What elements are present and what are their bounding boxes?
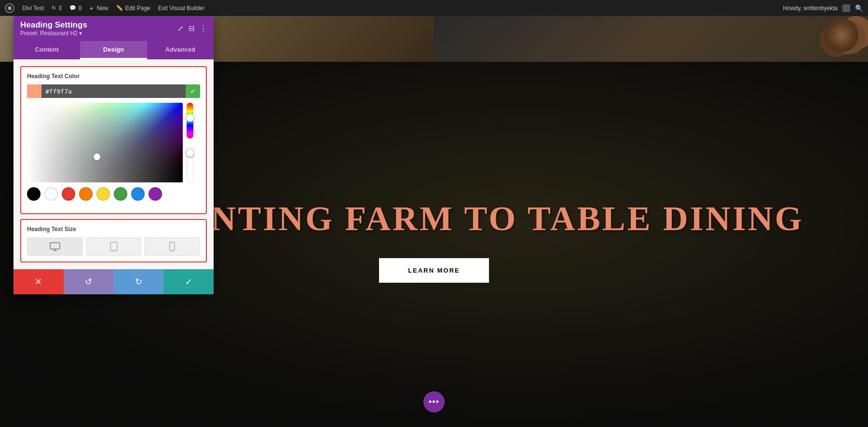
panel-menu-icon[interactable]: ⋮ [200,24,207,33]
color-input-row: ✓ [27,84,200,98]
cancel-button[interactable]: ✕ [14,269,64,294]
svg-rect-2 [50,243,60,249]
hue-slider[interactable] [187,103,193,138]
mobile-size-item[interactable] [144,237,200,256]
swatch-green[interactable] [114,187,127,201]
edit-page-button[interactable]: ✏️ Edit Page [116,5,150,12]
panel-tabs: Content Design Advanced [14,41,214,59]
panel-title-group: Heading Settings Preset: Restaurant H2 ▾ [20,20,87,37]
swatch-purple[interactable] [149,187,162,201]
color-preview[interactable] [27,84,41,98]
panel-title: Heading Settings [20,20,87,30]
color-hex-input[interactable] [41,84,186,98]
gradient-handle[interactable] [94,153,100,160]
gradient-picker[interactable] [27,103,200,182]
tab-content[interactable]: Content [14,41,80,59]
device-size-row [27,237,200,256]
tablet-icon [110,242,118,251]
revisions-count[interactable]: ↻ 3 [52,5,62,12]
avatar[interactable] [842,4,850,12]
sliders-col [187,103,200,182]
panel-header-icons: ⤢ ⊟ ⋮ [177,24,207,33]
color-confirm-button[interactable]: ✓ [186,84,200,98]
desktop-icon [50,242,60,251]
dots-menu-button[interactable]: ••• [423,391,445,413]
tab-design[interactable]: Design [80,41,147,59]
settings-panel: Heading Settings Preset: Restaurant H2 ▾… [14,16,214,294]
redo-button[interactable]: ↻ [114,269,164,294]
panel-columns-icon[interactable]: ⊟ [189,24,195,33]
size-section-label: Heading Text Size [27,226,200,233]
admin-bar-right: Howdy, writtenbyekta 🔍 [783,4,863,12]
search-icon[interactable]: 🔍 [855,4,863,12]
comments-count[interactable]: 💬 0 [69,5,82,12]
swatch-white[interactable] [44,187,58,201]
opacity-slider-thumb[interactable] [186,149,194,157]
opacity-slider[interactable] [187,146,193,182]
top-image-right [434,16,868,62]
swatch-red[interactable] [62,187,75,201]
mobile-icon [169,242,175,251]
hue-slider-thumb[interactable] [186,113,194,122]
save-button[interactable]: ✓ [163,269,214,294]
site-name[interactable]: Divi Test [22,5,44,12]
panel-preset: Preset: Restaurant H2 ▾ [20,30,87,37]
undo-button[interactable]: ↺ [64,269,114,294]
tablet-size-item[interactable] [86,237,142,256]
exit-visual-builder-button[interactable]: Exit Visual Builder [158,5,205,12]
panel-actions: ✕ ↺ ↻ ✓ [14,269,214,294]
text-size-section: Heading Text Size [20,219,207,262]
howdy-text: Howdy, writtenbyekta [783,5,838,12]
swatch-blue[interactable] [131,187,145,201]
swatch-black[interactable] [27,187,41,201]
color-swatches [27,187,200,201]
panel-header: Heading Settings Preset: Restaurant H2 ▾… [14,16,214,41]
panel-expand-icon[interactable]: ⤢ [177,24,184,33]
admin-bar: Divi Test ↻ 3 💬 0 + New ✏️ Edit Page Exi… [0,0,868,16]
new-button[interactable]: + New [90,4,108,12]
learn-more-button[interactable]: LEARN MORE [379,258,488,283]
wordpress-icon[interactable] [5,3,14,13]
svg-point-6 [113,249,114,250]
swatch-orange[interactable] [79,187,93,201]
swatch-yellow[interactable] [96,187,110,201]
color-section-label: Heading Text Color [27,73,200,80]
color-picker-section: Heading Text Color ✓ [20,66,207,214]
panel-body: Heading Text Color ✓ [14,59,214,269]
svg-point-1 [8,6,12,10]
desktop-size-item[interactable] [27,237,83,256]
svg-point-8 [172,249,173,250]
gradient-canvas[interactable] [27,103,183,182]
tab-advanced[interactable]: Advanced [147,41,214,59]
